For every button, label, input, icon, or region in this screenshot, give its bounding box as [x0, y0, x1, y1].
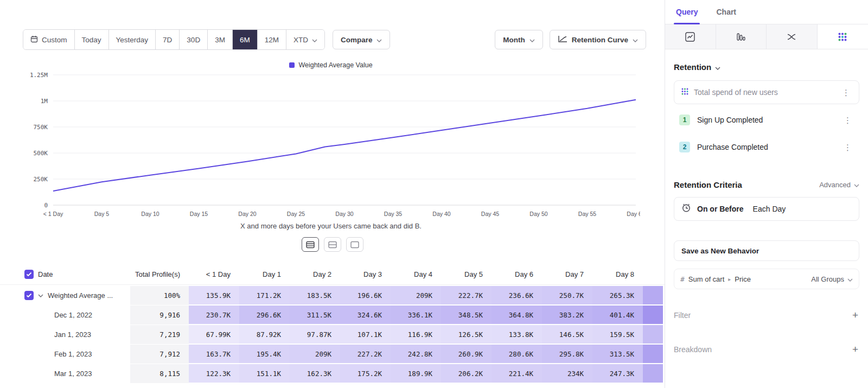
retention-value-cell[interactable]: 183.5K [290, 286, 340, 305]
behavior-card[interactable]: Total spend of new users ⋮ [674, 80, 859, 104]
range-12m-button[interactable]: 12M [257, 30, 286, 49]
range-yesterday-button[interactable]: Yesterday [108, 30, 156, 49]
step-row-1[interactable]: 1 Sign Up Completed ⋮ [674, 109, 859, 131]
step-row-2[interactable]: 2 Purchase Completed ⋮ [674, 136, 859, 158]
retention-value-cell[interactable]: 171.2K [239, 286, 290, 305]
tab-query[interactable]: Query [674, 0, 700, 24]
retention-value-cell[interactable]: 175.2K [340, 364, 391, 383]
row-label-cell[interactable]: Weighted Average ... [0, 286, 130, 305]
retention-value-cell[interactable]: 227.2K [340, 345, 391, 364]
retention-value-cell[interactable]: 221.4K [492, 364, 542, 383]
range-30d-button[interactable]: 30D [179, 30, 207, 49]
compare-button[interactable]: Compare [333, 30, 391, 49]
range-6m-button[interactable]: 6M [232, 30, 257, 49]
retention-value-cell[interactable]: 97.87K [290, 325, 340, 344]
retention-value-cell[interactable]: 116.9K [391, 325, 441, 344]
retention-value-cell[interactable]: 209K [290, 345, 340, 364]
retention-value-cell[interactable]: 250.7K [542, 286, 592, 305]
retention-icon[interactable] [818, 24, 868, 49]
row-label-cell[interactable]: Jan 1, 2023 [0, 325, 130, 344]
retention-value-cell[interactable]: 133.8K [492, 325, 542, 344]
all-groups-label: All Groups [811, 275, 844, 283]
chart-view-button[interactable]: Retention Curve [550, 30, 646, 49]
retention-value-cell[interactable]: 324.6K [340, 306, 391, 325]
retention-value-cell[interactable]: 159.5K [592, 325, 643, 344]
chevron-down-icon[interactable] [38, 294, 43, 297]
retention-value-cell[interactable]: 189.9K [391, 364, 441, 383]
column-header: Day 3 [340, 264, 391, 284]
retention-value-cell[interactable]: 146.5K [542, 325, 592, 344]
retention-value-cell[interactable]: 265.3K [592, 286, 643, 305]
row-label: Weighted Average ... [48, 291, 113, 300]
retention-value-cell[interactable]: 230.7K [189, 306, 239, 325]
row-label-cell[interactable]: Mar 1, 2023 [0, 364, 130, 383]
kebab-menu-icon[interactable]: ⋮ [841, 115, 854, 125]
column-header-label: Date [38, 270, 53, 278]
retention-value-cell[interactable]: 195.4K [239, 345, 290, 364]
all-groups-dropdown[interactable]: All Groups [811, 275, 853, 283]
retention-value-cell[interactable]: 236.6K [492, 286, 542, 305]
kebab-menu-icon[interactable]: ⋮ [840, 87, 852, 98]
funnels-icon[interactable] [716, 24, 767, 49]
retention-timing-row[interactable]: On or Before Each Day [674, 197, 859, 221]
select-all-checkbox[interactable] [24, 270, 34, 279]
save-as-new-behavior-button[interactable]: Save as New Behavior [674, 240, 859, 261]
range-custom-button[interactable]: Custom [23, 30, 74, 49]
date-range-group: Custom Today Yesterday 7D 30D 3M 6M 12M … [23, 29, 325, 50]
table-layout-toggles [0, 237, 665, 252]
retention-value-cell[interactable]: 209K [391, 286, 441, 305]
flows-icon[interactable] [767, 24, 818, 49]
retention-value-cell[interactable]: 151.1K [239, 364, 290, 383]
retention-value-cell[interactable]: 122.3K [189, 364, 239, 383]
retention-value-cell[interactable]: 280.6K [492, 345, 542, 364]
layout-single-row-button[interactable] [346, 237, 363, 252]
legend-swatch [289, 62, 295, 68]
retention-value-cell[interactable]: 126.5K [441, 325, 492, 344]
advanced-toggle[interactable]: Advanced [819, 181, 859, 189]
retention-value-cell[interactable]: 247.3K [592, 364, 643, 383]
retention-value-cell[interactable]: 162.3K [290, 364, 340, 383]
range-3m-button[interactable]: 3M [207, 30, 232, 49]
retention-value-cell[interactable]: 295.8K [542, 345, 592, 364]
retention-value-cell[interactable]: 401.4K [592, 306, 643, 325]
row-label-cell[interactable]: Feb 1, 2023 [0, 345, 130, 364]
retention-value-cell[interactable]: 242.8K [391, 345, 441, 364]
table-row: Mar 1, 20238,115122.3K151.1K162.3K175.2K… [0, 364, 665, 383]
retention-value-cell[interactable]: 234K [542, 364, 592, 383]
retention-value-cell[interactable]: 67.99K [189, 325, 239, 344]
retention-value-cell[interactable]: 107.1K [340, 325, 391, 344]
retention-value-cell[interactable]: 348.5K [441, 306, 492, 325]
granularity-button[interactable]: Month [495, 30, 542, 49]
row-checkbox[interactable] [24, 291, 34, 300]
kebab-menu-icon[interactable]: ⋮ [841, 142, 854, 152]
retention-value-cell[interactable]: 364.8K [492, 306, 542, 325]
retention-value-cell[interactable]: 296.6K [239, 306, 290, 325]
layout-split-rows-button[interactable] [302, 237, 319, 252]
retention-value-cell[interactable]: 196.6K [340, 286, 391, 305]
range-today-button[interactable]: Today [74, 30, 108, 49]
retention-value-cell[interactable]: 383.2K [542, 306, 592, 325]
retention-value-cell[interactable]: 87.92K [239, 325, 290, 344]
svg-text:Day 40: Day 40 [432, 211, 450, 217]
add-filter-button[interactable]: + [851, 310, 859, 320]
retention-value-cell[interactable]: 206.2K [441, 364, 492, 383]
retention-section-header[interactable]: Retention [674, 62, 859, 72]
retention-value-cell[interactable]: 222.7K [441, 286, 492, 305]
svg-text:< 1 Day: < 1 Day [43, 211, 63, 217]
retention-value-cell[interactable]: 135.9K [189, 286, 239, 305]
insights-icon[interactable] [665, 24, 716, 49]
measure-row[interactable]: # Sum of cart ▸ Price All Groups [674, 269, 859, 289]
layout-two-rows-button[interactable] [324, 237, 341, 252]
step-label: Purchase Completed [697, 143, 834, 151]
range-xtd-button[interactable]: XTD [286, 30, 324, 49]
row-label-cell[interactable]: Dec 1, 2022 [0, 306, 130, 325]
svg-text:Day 45: Day 45 [481, 211, 499, 217]
retention-value-cell[interactable]: 313.5K [592, 345, 643, 364]
tab-chart[interactable]: Chart [714, 0, 738, 24]
retention-value-cell[interactable]: 163.7K [189, 345, 239, 364]
retention-value-cell[interactable]: 260.9K [441, 345, 492, 364]
retention-value-cell[interactable]: 336.1K [391, 306, 441, 325]
range-7d-button[interactable]: 7D [155, 30, 179, 49]
add-breakdown-button[interactable]: + [851, 344, 859, 354]
retention-value-cell[interactable]: 311.5K [290, 306, 340, 325]
